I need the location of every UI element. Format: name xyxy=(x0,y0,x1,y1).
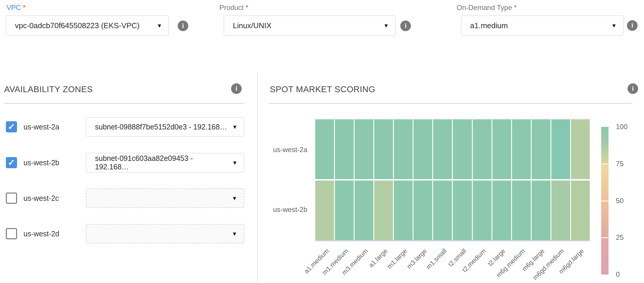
heatmap-cell-us-west-2a-m3.large[interactable] xyxy=(413,119,432,179)
chevron-down-icon: ▼ xyxy=(611,23,617,28)
legend-tick-label: 25 xyxy=(616,233,636,242)
vpc-info-icon[interactable]: i xyxy=(178,21,188,31)
az-checkbox-us-west-2c[interactable]: ✓ xyxy=(6,193,17,204)
subnet-select-value: subnet-09888f7be5152d0e3 - 192.168… xyxy=(95,123,227,131)
vpc-label: VPC * xyxy=(6,4,26,12)
az-checkbox-us-west-2a[interactable]: ✓ xyxy=(6,121,17,132)
heatmap-cell-us-west-2a-t2.medium[interactable] xyxy=(473,119,492,179)
heatmap-cell-us-west-2b-m1.large[interactable] xyxy=(394,181,413,240)
product-label: Product * xyxy=(219,4,248,12)
vpc-select-value: vpc-0adcb70f645508223 (EKS-VPC) xyxy=(15,21,140,30)
chevron-down-icon: ▼ xyxy=(232,160,238,166)
az-row-us-west-2b: ✓ us-west-2b subnet-091c603aa82e09453 - … xyxy=(0,153,252,172)
spot-market-scoring-title: SPOT MARKET SCORING xyxy=(270,85,375,94)
product-select-value: Linux/UNIX xyxy=(233,21,272,30)
heatmap-cell-us-west-2b-t2.large[interactable] xyxy=(492,181,511,240)
heatmap-cell-us-west-2a-t2.small[interactable] xyxy=(453,119,472,179)
legend-tick-line xyxy=(601,164,609,164)
chevron-down-icon: ▼ xyxy=(157,23,162,28)
subnet-select-us-west-2d[interactable]: ▼ xyxy=(86,224,244,243)
az-row-us-west-2a: ✓ us-west-2a subnet-09888f7be5152d0e3 - … xyxy=(0,117,252,137)
heatmap-cell-us-west-2a-m6gd.large[interactable] xyxy=(571,119,590,179)
product-select[interactable]: Linux/UNIX ▼ xyxy=(224,16,396,36)
legend-tick-line xyxy=(601,201,609,201)
heatmap-cell-us-west-2b-m1.medium[interactable] xyxy=(335,181,354,240)
subnet-select-value: subnet-091c603aa82e09453 - 192.168… xyxy=(95,154,228,171)
heatmap-cell-us-west-2a-a1.large[interactable] xyxy=(374,119,393,179)
availability-zones-title: AVAILABILITY ZONES xyxy=(4,85,93,94)
chevron-down-icon: ▼ xyxy=(232,196,237,201)
az-row-us-west-2d: ✓ us-west-2d ▼ xyxy=(0,224,252,243)
heatmap-cell-us-west-2b-m6gd.large[interactable] xyxy=(571,181,590,240)
heatmap-cell-us-west-2b-m1.small[interactable] xyxy=(433,181,452,240)
subnet-select-us-west-2b[interactable]: subnet-091c603aa82e09453 - 192.168… ▼ xyxy=(86,153,244,172)
heatmap-cell-us-west-2a-m6g.large[interactable] xyxy=(532,119,550,179)
az-zone-label: us-west-2c xyxy=(23,194,59,203)
check-icon: ✓ xyxy=(8,158,15,167)
heatmap-cell-us-west-2b-t2.small[interactable] xyxy=(453,181,472,240)
heatmap-cell-us-west-2a-m1.small[interactable] xyxy=(433,119,452,179)
check-icon: ✓ xyxy=(8,122,15,131)
on-demand-type-info-icon[interactable]: i xyxy=(627,20,638,31)
legend-tick-line xyxy=(601,237,609,238)
heatmap-cell-us-west-2b-m6g.large[interactable] xyxy=(532,181,550,240)
heatmap-cell-us-west-2a-m3.medium[interactable] xyxy=(355,119,373,179)
chevron-down-icon: ▼ xyxy=(232,124,238,130)
heatmap-cell-us-west-2a-m1.large[interactable] xyxy=(394,119,413,179)
heatmap-cell-us-west-2a-m6g.medium[interactable] xyxy=(512,119,531,179)
heatmap-cell-us-west-2a-a1.medium[interactable] xyxy=(315,119,334,179)
on-demand-type-select[interactable]: a1.medium ▼ xyxy=(461,16,623,36)
az-zone-label: us-west-2a xyxy=(23,123,59,131)
heatmap-cell-us-west-2b-m6g.medium[interactable] xyxy=(512,181,531,240)
heatmap-cell-us-west-2a-m1.medium[interactable] xyxy=(335,119,354,179)
panel-divider xyxy=(257,72,258,283)
chevron-down-icon: ▼ xyxy=(383,23,389,28)
product-info-icon[interactable]: i xyxy=(400,21,411,31)
az-zone-label: us-west-2d xyxy=(23,230,59,238)
legend-tick-label: 0 xyxy=(616,270,636,279)
heatmap-cell-us-west-2a-t2.large[interactable] xyxy=(492,119,511,179)
az-row-us-west-2c: ✓ us-west-2c ▼ xyxy=(0,188,252,208)
heatmap-cell-us-west-2b-t2.medium[interactable] xyxy=(473,181,492,240)
y-axis-label: us-west-2a xyxy=(234,146,307,154)
availability-zones-info-icon[interactable]: i xyxy=(231,83,242,94)
heatmap-cell-us-west-2b-a1.medium[interactable] xyxy=(315,181,334,240)
availability-zones-rule xyxy=(4,103,245,104)
subnet-select-us-west-2c[interactable]: ▼ xyxy=(86,188,244,208)
heatmap-cell-us-west-2b-m3.large[interactable] xyxy=(413,181,432,240)
chevron-down-icon: ▼ xyxy=(232,231,237,237)
x-axis-label: m1.large xyxy=(386,247,409,270)
on-demand-type-label: On-Demand Type * xyxy=(457,4,517,12)
heatmap-cell-us-west-2a-m6gd.medium[interactable] xyxy=(551,119,570,179)
az-zone-label: us-west-2b xyxy=(23,159,59,167)
subnet-select-us-west-2a[interactable]: subnet-09888f7be5152d0e3 - 192.168… ▼ xyxy=(86,117,244,137)
heatmap-grid xyxy=(315,119,590,241)
heatmap-cell-us-west-2b-m6gd.medium[interactable] xyxy=(551,181,570,240)
az-checkbox-us-west-2b[interactable]: ✓ xyxy=(6,157,17,168)
x-axis-label: m1.small xyxy=(424,247,448,271)
spot-market-scoring-rule xyxy=(269,103,632,104)
spot-market-scoring-info-icon[interactable]: i xyxy=(628,83,638,94)
legend-tick-label: 100 xyxy=(616,123,636,131)
az-checkbox-us-west-2d[interactable]: ✓ xyxy=(6,228,17,239)
legend-tick-label: 75 xyxy=(616,160,636,168)
heatmap-cell-us-west-2b-m3.medium[interactable] xyxy=(355,181,373,240)
heatmap-cell-us-west-2b-a1.large[interactable] xyxy=(374,181,393,240)
y-axis-label: us-west-2b xyxy=(234,205,307,214)
x-axis-label: m3.large xyxy=(405,247,428,270)
vpc-select[interactable]: vpc-0adcb70f645508223 (EKS-VPC) ▼ xyxy=(6,16,169,36)
legend-tick-label: 50 xyxy=(616,197,636,205)
x-axis-label: a1.large xyxy=(367,247,389,269)
on-demand-type-select-value: a1.medium xyxy=(470,21,508,30)
